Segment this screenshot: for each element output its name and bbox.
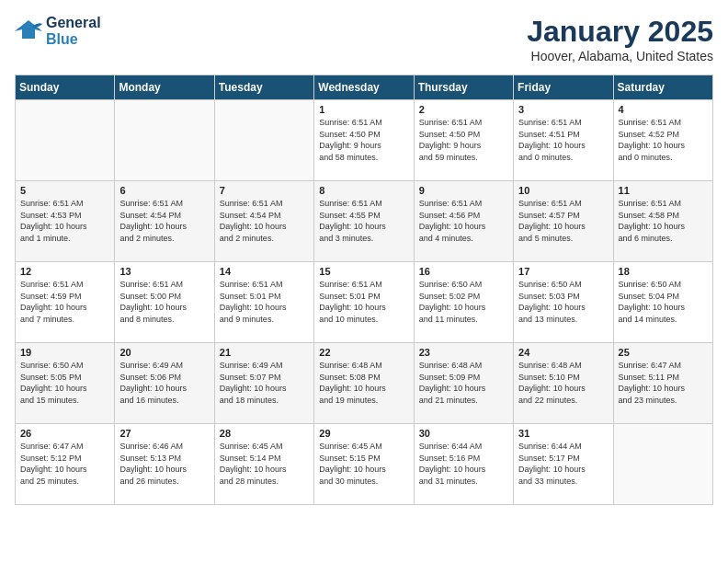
calendar-cell: 13Sunrise: 6:51 AM Sunset: 5:00 PM Dayli…: [115, 262, 214, 343]
calendar-cell: 18Sunrise: 6:50 AM Sunset: 5:04 PM Dayli…: [613, 262, 712, 343]
day-detail: Sunrise: 6:51 AM Sunset: 4:51 PM Dayligh…: [518, 117, 608, 163]
day-detail: Sunrise: 6:50 AM Sunset: 5:03 PM Dayligh…: [518, 279, 608, 325]
calendar-table: SundayMondayTuesdayWednesdayThursdayFrid…: [15, 75, 713, 505]
calendar-cell: [214, 100, 313, 181]
day-number: 17: [518, 266, 608, 277]
calendar-cell: [115, 100, 214, 181]
day-number: 28: [220, 428, 309, 439]
calendar-title: January 2025: [527, 15, 713, 49]
calendar-cell: 24Sunrise: 6:48 AM Sunset: 5:10 PM Dayli…: [514, 343, 613, 424]
day-detail: Sunrise: 6:51 AM Sunset: 4:54 PM Dayligh…: [119, 198, 209, 244]
calendar-cell: 26Sunrise: 6:47 AM Sunset: 5:12 PM Dayli…: [16, 424, 115, 505]
day-detail: Sunrise: 6:44 AM Sunset: 5:17 PM Dayligh…: [518, 441, 608, 487]
page-header: General Blue January 2025 Hoover, Alabam…: [15, 15, 713, 63]
weekday-header-tuesday: Tuesday: [214, 75, 313, 100]
calendar-cell: [16, 100, 115, 181]
day-number: 1: [319, 104, 408, 115]
day-number: 18: [619, 266, 708, 277]
calendar-cell: 1Sunrise: 6:51 AM Sunset: 4:50 PM Daylig…: [314, 100, 414, 181]
calendar-cell: 30Sunrise: 6:44 AM Sunset: 5:16 PM Dayli…: [414, 424, 513, 505]
calendar-cell: 8Sunrise: 6:51 AM Sunset: 4:55 PM Daylig…: [314, 181, 414, 262]
calendar-cell: 29Sunrise: 6:45 AM Sunset: 5:15 PM Dayli…: [314, 424, 414, 505]
day-detail: Sunrise: 6:48 AM Sunset: 5:09 PM Dayligh…: [419, 360, 508, 406]
calendar-cell: 31Sunrise: 6:44 AM Sunset: 5:17 PM Dayli…: [514, 424, 613, 505]
day-number: 4: [619, 104, 708, 115]
day-detail: Sunrise: 6:51 AM Sunset: 4:59 PM Dayligh…: [20, 279, 109, 325]
calendar-cell: 7Sunrise: 6:51 AM Sunset: 4:54 PM Daylig…: [214, 181, 313, 262]
day-detail: Sunrise: 6:48 AM Sunset: 5:08 PM Dayligh…: [319, 360, 408, 406]
weekday-header-saturday: Saturday: [613, 75, 712, 100]
weekday-header-wednesday: Wednesday: [314, 75, 414, 100]
calendar-cell: 12Sunrise: 6:51 AM Sunset: 4:59 PM Dayli…: [16, 262, 115, 343]
calendar-cell: 25Sunrise: 6:47 AM Sunset: 5:11 PM Dayli…: [613, 343, 712, 424]
day-detail: Sunrise: 6:44 AM Sunset: 5:16 PM Dayligh…: [419, 441, 508, 487]
week-row-1: 1Sunrise: 6:51 AM Sunset: 4:50 PM Daylig…: [16, 100, 713, 181]
day-detail: Sunrise: 6:51 AM Sunset: 5:01 PM Dayligh…: [220, 279, 309, 325]
day-detail: Sunrise: 6:47 AM Sunset: 5:12 PM Dayligh…: [20, 441, 109, 487]
week-row-4: 19Sunrise: 6:50 AM Sunset: 5:05 PM Dayli…: [16, 343, 713, 424]
day-number: 26: [20, 428, 109, 439]
svg-marker-1: [15, 20, 42, 39]
day-number: 22: [319, 347, 408, 358]
calendar-cell: 17Sunrise: 6:50 AM Sunset: 5:03 PM Dayli…: [514, 262, 613, 343]
day-number: 5: [20, 185, 109, 196]
day-number: 7: [220, 185, 309, 196]
day-detail: Sunrise: 6:46 AM Sunset: 5:13 PM Dayligh…: [119, 441, 209, 487]
calendar-cell: 15Sunrise: 6:51 AM Sunset: 5:01 PM Dayli…: [314, 262, 414, 343]
day-number: 13: [119, 266, 209, 277]
calendar-subtitle: Hoover, Alabama, United States: [527, 49, 713, 63]
day-number: 12: [20, 266, 109, 277]
day-detail: Sunrise: 6:50 AM Sunset: 5:02 PM Dayligh…: [419, 279, 508, 325]
calendar-cell: 23Sunrise: 6:48 AM Sunset: 5:09 PM Dayli…: [414, 343, 513, 424]
calendar-cell: 22Sunrise: 6:48 AM Sunset: 5:08 PM Dayli…: [314, 343, 414, 424]
weekday-header-thursday: Thursday: [414, 75, 513, 100]
day-detail: Sunrise: 6:51 AM Sunset: 4:50 PM Dayligh…: [319, 117, 408, 163]
calendar-cell: 10Sunrise: 6:51 AM Sunset: 4:57 PM Dayli…: [514, 181, 613, 262]
calendar-cell: 20Sunrise: 6:49 AM Sunset: 5:06 PM Dayli…: [115, 343, 214, 424]
day-number: 27: [119, 428, 209, 439]
day-number: 31: [518, 428, 608, 439]
calendar-cell: 19Sunrise: 6:50 AM Sunset: 5:05 PM Dayli…: [16, 343, 115, 424]
day-number: 21: [220, 347, 309, 358]
day-detail: Sunrise: 6:51 AM Sunset: 4:52 PM Dayligh…: [619, 117, 708, 163]
calendar-cell: 5Sunrise: 6:51 AM Sunset: 4:53 PM Daylig…: [16, 181, 115, 262]
day-detail: Sunrise: 6:45 AM Sunset: 5:14 PM Dayligh…: [220, 441, 309, 487]
day-detail: Sunrise: 6:51 AM Sunset: 4:58 PM Dayligh…: [619, 198, 708, 244]
calendar-header: SundayMondayTuesdayWednesdayThursdayFrid…: [16, 75, 713, 100]
weekday-header-sunday: Sunday: [16, 75, 115, 100]
day-number: 24: [518, 347, 608, 358]
day-number: 11: [619, 185, 708, 196]
day-detail: Sunrise: 6:51 AM Sunset: 4:50 PM Dayligh…: [419, 117, 508, 163]
calendar-cell: 3Sunrise: 6:51 AM Sunset: 4:51 PM Daylig…: [514, 100, 613, 181]
day-detail: Sunrise: 6:51 AM Sunset: 4:56 PM Dayligh…: [419, 198, 508, 244]
calendar-body: 1Sunrise: 6:51 AM Sunset: 4:50 PM Daylig…: [16, 100, 713, 505]
day-detail: Sunrise: 6:49 AM Sunset: 5:07 PM Dayligh…: [220, 360, 309, 406]
calendar-cell: 6Sunrise: 6:51 AM Sunset: 4:54 PM Daylig…: [115, 181, 214, 262]
day-number: 10: [518, 185, 608, 196]
weekday-header-row: SundayMondayTuesdayWednesdayThursdayFrid…: [16, 75, 713, 100]
calendar-cell: 28Sunrise: 6:45 AM Sunset: 5:14 PM Dayli…: [214, 424, 313, 505]
day-detail: Sunrise: 6:51 AM Sunset: 4:54 PM Dayligh…: [220, 198, 309, 244]
day-number: 25: [619, 347, 708, 358]
day-number: 2: [419, 104, 508, 115]
calendar-cell: 16Sunrise: 6:50 AM Sunset: 5:02 PM Dayli…: [414, 262, 513, 343]
day-detail: Sunrise: 6:48 AM Sunset: 5:10 PM Dayligh…: [518, 360, 608, 406]
day-number: 19: [20, 347, 109, 358]
day-detail: Sunrise: 6:51 AM Sunset: 5:00 PM Dayligh…: [119, 279, 209, 325]
logo-bird-icon: [15, 20, 42, 42]
weekday-header-friday: Friday: [514, 75, 613, 100]
calendar-cell: 9Sunrise: 6:51 AM Sunset: 4:56 PM Daylig…: [414, 181, 513, 262]
week-row-3: 12Sunrise: 6:51 AM Sunset: 4:59 PM Dayli…: [16, 262, 713, 343]
calendar-cell: 4Sunrise: 6:51 AM Sunset: 4:52 PM Daylig…: [613, 100, 712, 181]
day-number: 20: [119, 347, 209, 358]
logo: General Blue: [15, 15, 101, 47]
calendar-cell: [613, 424, 712, 505]
day-number: 29: [319, 428, 408, 439]
day-number: 16: [419, 266, 508, 277]
day-detail: Sunrise: 6:45 AM Sunset: 5:15 PM Dayligh…: [319, 441, 408, 487]
day-detail: Sunrise: 6:51 AM Sunset: 5:01 PM Dayligh…: [319, 279, 408, 325]
day-number: 30: [419, 428, 508, 439]
calendar-cell: 27Sunrise: 6:46 AM Sunset: 5:13 PM Dayli…: [115, 424, 214, 505]
weekday-header-monday: Monday: [115, 75, 214, 100]
day-detail: Sunrise: 6:51 AM Sunset: 4:53 PM Dayligh…: [20, 198, 109, 244]
